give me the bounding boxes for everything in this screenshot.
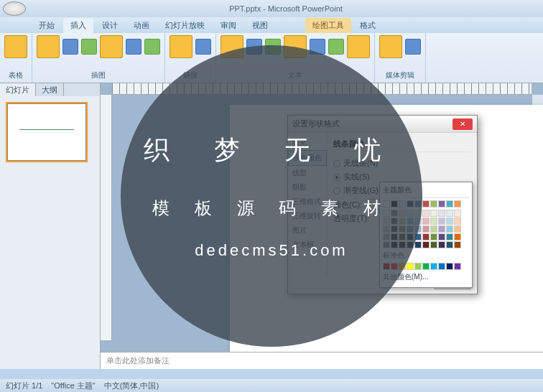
- color-swatch[interactable]: [414, 263, 422, 270]
- color-swatch[interactable]: [446, 263, 453, 270]
- tab-幻灯片放映[interactable]: 幻灯片放映: [158, 18, 212, 33]
- color-swatch[interactable]: [446, 218, 453, 225]
- color-swatch[interactable]: [414, 218, 422, 225]
- ribbon-cmd-图表[interactable]: [144, 39, 160, 55]
- color-swatch[interactable]: [454, 225, 461, 233]
- dialog-category-线条颜色[interactable]: 线条颜色: [288, 150, 327, 166]
- color-swatch[interactable]: [399, 200, 406, 207]
- color-swatch[interactable]: [399, 241, 406, 248]
- color-swatch[interactable]: [407, 218, 414, 225]
- ribbon-cmd-声音[interactable]: [405, 39, 421, 55]
- color-swatch[interactable]: [414, 225, 422, 233]
- ribbon-cmd-动作[interactable]: [195, 39, 211, 55]
- tab-插入[interactable]: 插入: [63, 18, 93, 33]
- color-swatch[interactable]: [407, 200, 414, 207]
- color-swatch[interactable]: [391, 241, 398, 248]
- dialog-category-图片[interactable]: 图片: [288, 223, 327, 238]
- color-swatch[interactable]: [422, 241, 430, 248]
- ribbon-cmd-相册[interactable]: [81, 39, 97, 55]
- color-swatch[interactable]: [391, 233, 398, 241]
- radio-option[interactable]: 无线条(N): [333, 157, 471, 170]
- color-swatch[interactable]: [422, 225, 430, 233]
- color-swatch[interactable]: [414, 241, 422, 248]
- dialog-category-填充[interactable]: 填充: [288, 136, 327, 150]
- color-swatch[interactable]: [438, 200, 445, 207]
- color-swatch[interactable]: [383, 200, 390, 207]
- color-swatch[interactable]: [454, 263, 461, 270]
- ribbon-cmd-幻灯片编号[interactable]: [310, 39, 325, 55]
- color-swatch[interactable]: [446, 210, 453, 217]
- ribbon-cmd-页眉和页脚[interactable]: [246, 39, 262, 55]
- color-swatch[interactable]: [430, 218, 437, 225]
- tab-设计[interactable]: 设计: [95, 18, 125, 33]
- close-icon[interactable]: ✕: [452, 118, 473, 130]
- color-swatch[interactable]: [383, 210, 390, 217]
- color-swatch[interactable]: [454, 210, 461, 217]
- color-swatch[interactable]: [391, 225, 398, 233]
- color-swatch[interactable]: [414, 233, 422, 241]
- color-swatch[interactable]: [383, 241, 390, 248]
- notes-pane[interactable]: 单击此处添加备注: [101, 352, 543, 369]
- ribbon-cmd-表格[interactable]: [4, 35, 27, 58]
- color-swatch[interactable]: [438, 233, 445, 241]
- side-tab-幻灯片[interactable]: 幻灯片: [0, 83, 36, 96]
- slide-thumbnail-1[interactable]: [7, 103, 86, 161]
- color-swatch[interactable]: [454, 200, 461, 207]
- color-swatch[interactable]: [446, 241, 453, 248]
- color-swatch[interactable]: [383, 263, 390, 270]
- tab-视图[interactable]: 视图: [245, 18, 275, 33]
- color-swatch[interactable]: [430, 210, 437, 217]
- color-swatch[interactable]: [438, 225, 445, 233]
- color-swatch[interactable]: [407, 263, 414, 270]
- color-swatch[interactable]: [407, 233, 414, 241]
- tab-审阅[interactable]: 审阅: [213, 18, 243, 33]
- color-swatch[interactable]: [438, 218, 445, 225]
- dialog-category-线型[interactable]: 线型: [288, 166, 327, 180]
- ribbon-cmd-形状[interactable]: [100, 35, 123, 58]
- tab-开始[interactable]: 开始: [32, 18, 62, 33]
- dialog-category-三维旋转[interactable]: 三维旋转: [288, 209, 327, 223]
- color-swatch[interactable]: [446, 225, 453, 233]
- color-swatch[interactable]: [430, 233, 437, 241]
- ribbon-cmd-影片[interactable]: [379, 35, 402, 58]
- color-swatch[interactable]: [454, 233, 461, 241]
- ribbon-cmd-艺术字[interactable]: [265, 39, 281, 55]
- color-swatch[interactable]: [391, 210, 398, 217]
- ribbon-cmd-文本框[interactable]: [221, 35, 243, 58]
- dialog-category-阴影[interactable]: 阴影: [288, 180, 327, 195]
- color-swatch[interactable]: [383, 233, 390, 241]
- color-swatch[interactable]: [438, 241, 445, 248]
- color-swatch[interactable]: [422, 200, 430, 207]
- color-swatch[interactable]: [422, 233, 430, 241]
- ribbon-cmd-图片[interactable]: [37, 35, 60, 58]
- color-swatch[interactable]: [438, 210, 445, 217]
- color-swatch[interactable]: [454, 218, 461, 225]
- office-button[interactable]: [3, 1, 26, 16]
- color-swatch[interactable]: [383, 218, 390, 225]
- color-swatch[interactable]: [446, 233, 453, 241]
- color-swatch[interactable]: [391, 263, 398, 270]
- color-swatch[interactable]: [399, 210, 406, 217]
- color-swatch[interactable]: [407, 225, 414, 233]
- side-tab-大纲[interactable]: 大纲: [36, 83, 64, 96]
- dialog-category-文本框[interactable]: 文本框: [288, 238, 327, 252]
- color-swatch[interactable]: [430, 263, 437, 270]
- color-swatch[interactable]: [438, 263, 445, 270]
- color-swatch[interactable]: [399, 263, 406, 270]
- color-swatch[interactable]: [391, 200, 398, 207]
- ribbon-cmd-对象[interactable]: [347, 35, 370, 58]
- color-swatch[interactable]: [414, 210, 422, 217]
- color-swatch[interactable]: [407, 210, 414, 217]
- ribbon-cmd-符号[interactable]: [328, 39, 344, 55]
- color-swatch[interactable]: [383, 225, 390, 233]
- color-swatch[interactable]: [407, 241, 414, 248]
- color-swatch[interactable]: [422, 210, 430, 217]
- color-swatch[interactable]: [414, 200, 422, 207]
- ribbon-cmd-日期和时间[interactable]: [284, 35, 307, 58]
- tab-格式[interactable]: 格式: [353, 18, 383, 33]
- color-swatch[interactable]: [391, 218, 398, 225]
- color-swatch[interactable]: [430, 241, 437, 248]
- color-swatch[interactable]: [430, 225, 437, 233]
- color-swatch[interactable]: [399, 233, 406, 241]
- ribbon-cmd-剪贴画[interactable]: [62, 39, 78, 55]
